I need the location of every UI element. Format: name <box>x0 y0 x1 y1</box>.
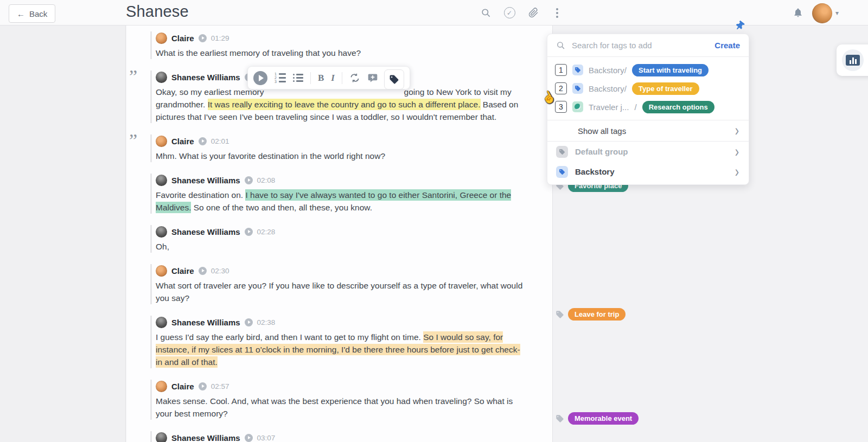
transcript-message: ” Shanese Williams 03:07 So my best memo… <box>150 431 526 442</box>
tag-shortcut-row[interactable]: 1 Backstory/ Start with traveling <box>547 61 749 79</box>
back-button[interactable]: ← Back <box>9 4 55 23</box>
margin-tag-row[interactable]: Memorable event <box>556 412 639 425</box>
page-title: Shanese <box>126 3 189 21</box>
speaker-avatar <box>156 33 167 44</box>
toolbar-divider <box>310 72 311 84</box>
message-text[interactable]: Favorite destination on. I have to say I… <box>156 189 525 214</box>
insights-panel-edge[interactable] <box>837 44 868 76</box>
timestamp[interactable]: 02:01 <box>211 137 229 145</box>
chart-button[interactable] <box>842 49 864 71</box>
add-comment-icon[interactable] <box>367 73 378 84</box>
italic-button[interactable]: I <box>331 73 335 84</box>
message-text[interactable]: Mhm. What is your favorite destination i… <box>156 150 525 162</box>
kebab-menu-icon[interactable] <box>551 7 563 19</box>
group-label: Backstory <box>575 167 615 176</box>
search-icon <box>556 41 565 50</box>
timestamp[interactable]: 02:38 <box>257 318 276 326</box>
quote-icon: ” <box>129 71 137 82</box>
tag-group-default[interactable]: Default group › <box>547 142 749 162</box>
bar-chart-icon <box>846 55 860 66</box>
keycap-3: 3 <box>555 101 567 113</box>
tag-group-icon <box>572 83 583 94</box>
message-text[interactable]: Oh, <box>156 240 525 253</box>
toolbar-divider <box>342 72 342 84</box>
tag-icon <box>389 74 399 85</box>
play-icon[interactable] <box>245 228 253 236</box>
timestamp[interactable]: 02:30 <box>211 267 229 275</box>
tag-group-name: Traveler j... <box>589 103 629 112</box>
message-text[interactable]: What sort of traveler are you? If you ha… <box>156 279 525 304</box>
speaker-avatar <box>156 175 167 186</box>
speaker-name: Claire <box>171 382 194 391</box>
arrow-left-icon: ← <box>17 9 25 18</box>
speaker-avatar <box>156 265 167 277</box>
pin-icon[interactable] <box>736 21 744 33</box>
tag-button-active[interactable] <box>384 69 404 89</box>
tag-group-name: Backstory/ <box>589 84 627 93</box>
tag-shortcut-row[interactable]: 2 Backstory/ Type of traveller <box>547 79 749 98</box>
speaker-name: Shanese Williams <box>171 227 240 236</box>
timestamp[interactable]: 02:08 <box>257 176 276 184</box>
tag-shortcut-row[interactable]: 3 Traveler j... / Research options <box>547 98 749 116</box>
play-icon[interactable] <box>199 34 207 42</box>
bell-icon[interactable] <box>793 7 803 20</box>
play-icon[interactable] <box>245 318 253 326</box>
message-text[interactable]: Makes sense. Cool. And, what was the bes… <box>156 395 525 420</box>
find-similar-icon[interactable] <box>349 73 360 84</box>
timestamp[interactable]: 02:28 <box>257 228 276 236</box>
bold-button[interactable]: B <box>318 73 324 84</box>
speaker-name: Shanese Williams <box>171 433 240 442</box>
bullet-list-icon[interactable] <box>293 74 303 82</box>
selection-toolbar: 1 2 3 B I <box>247 66 410 89</box>
play-icon[interactable] <box>245 434 253 442</box>
message-text[interactable]: What is the earliest memory of traveling… <box>156 47 525 59</box>
search-icon[interactable] <box>480 7 492 19</box>
transcript-message: ” Claire 02:01 Mhm. What is your favorit… <box>150 134 526 162</box>
margin-tag-row[interactable]: Leave for trip <box>556 308 626 321</box>
create-tag-button[interactable]: Create <box>714 41 740 50</box>
speaker-name: Shanese Williams <box>171 73 240 82</box>
margin-tag-pill[interactable]: Memorable event <box>568 412 639 425</box>
caret-down-icon[interactable]: ▾ <box>835 9 839 17</box>
tag-search-input[interactable] <box>572 41 708 50</box>
play-selection-icon[interactable] <box>253 71 267 85</box>
transcript-message: ” Claire 02:30 What sort of traveler are… <box>150 264 526 304</box>
margin-tag-pill[interactable]: Leave for trip <box>568 308 626 321</box>
account-avatar[interactable] <box>812 3 832 23</box>
tag-icon <box>556 310 564 319</box>
group-slash: / <box>634 103 636 112</box>
show-all-tags-row[interactable]: Show all tags › <box>547 120 749 142</box>
play-icon[interactable] <box>199 267 207 275</box>
message-text[interactable]: I guess I'd say the early bird, and then… <box>156 331 525 368</box>
timestamp[interactable]: 03:07 <box>257 434 276 442</box>
ordered-list-icon[interactable]: 1 2 3 <box>275 73 286 83</box>
transcript-message: ” Shanese Williams 02:08 Favorite destin… <box>150 174 526 214</box>
speaker-avatar <box>156 317 167 328</box>
tag-group-icon <box>572 65 583 75</box>
tag-pill[interactable]: Type of traveller <box>632 82 699 95</box>
keycap-2: 2 <box>555 82 567 94</box>
check-circle-icon[interactable]: ✓ <box>503 7 515 19</box>
transcript-message: ” Shanese Williams 02:38 I guess I'd say… <box>150 316 526 368</box>
tag-pill[interactable]: Start with traveling <box>632 64 709 76</box>
transcript: ” Claire 01:29 What is the earliest memo… <box>150 31 552 442</box>
play-icon[interactable] <box>199 137 207 145</box>
transcript-message: ” Claire 01:29 What is the earliest memo… <box>150 31 526 59</box>
speaker-name: Claire <box>171 34 194 43</box>
speaker-avatar <box>156 432 167 442</box>
paperclip-icon[interactable] <box>527 7 539 19</box>
back-label: Back <box>29 9 47 18</box>
speaker-avatar <box>156 136 167 147</box>
tag-pill[interactable]: Research options <box>642 101 714 113</box>
tag-group-backstory[interactable]: Backstory › <box>547 162 749 182</box>
transcript-message: ” Claire 02:57 Makes sense. Cool. And, w… <box>150 380 526 420</box>
play-icon[interactable] <box>199 382 207 390</box>
timestamp[interactable]: 01:29 <box>211 34 229 42</box>
play-icon[interactable] <box>245 176 253 184</box>
speaker-avatar <box>156 381 167 392</box>
timestamp[interactable]: 02:57 <box>211 382 229 390</box>
message-text[interactable]: Okay, so my earliest memorygoing to New … <box>156 86 525 123</box>
chevron-right-icon: › <box>735 123 739 139</box>
traveler-group-icon <box>572 101 583 112</box>
show-all-tags-label: Show all tags <box>578 126 626 136</box>
